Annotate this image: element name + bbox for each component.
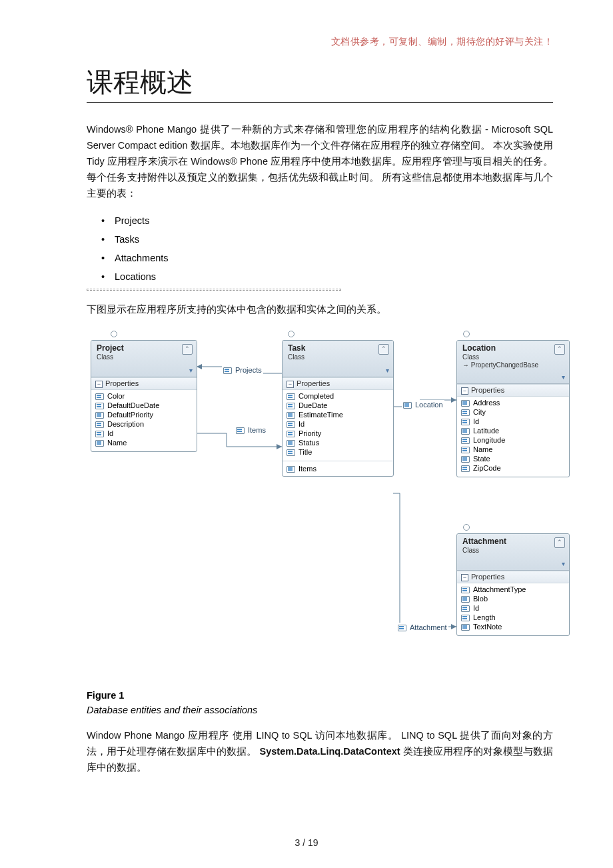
property-row: Longitude (460, 435, 566, 445)
entity-attachment: Attachment Class ⌃ ▾ −Properties Attachm… (456, 533, 570, 636)
property-icon (287, 402, 295, 409)
property-name: Id (299, 420, 305, 428)
property-name: EstimateTime (299, 411, 343, 419)
property-name: Color (107, 392, 125, 400)
filter-icon[interactable]: ▾ (562, 560, 565, 567)
filter-icon[interactable]: ▾ (386, 367, 389, 374)
property-icon (461, 446, 470, 453)
list-item: Tasks (115, 230, 553, 249)
page-number: 3 / 19 (0, 837, 613, 848)
property-row: City (460, 407, 566, 417)
property-row: AttachmentType (460, 585, 566, 594)
entity-name: Task (288, 343, 389, 353)
property-icon (287, 393, 295, 400)
property-name: City (473, 408, 486, 416)
collapse-icon[interactable]: ⌃ (554, 537, 565, 548)
property-row: TextNote (460, 622, 566, 631)
property-icon (398, 624, 406, 631)
association-row: Items (285, 464, 390, 473)
property-row: Id (460, 417, 566, 426)
closing-bold-class: System.Data.Linq.DataContext (260, 746, 400, 757)
property-icon (461, 586, 470, 593)
list-item: Projects (115, 211, 553, 230)
entity-anchor-dot (463, 524, 470, 531)
property-icon (236, 427, 245, 434)
svg-marker-1 (197, 364, 202, 369)
entity-kind: Class (462, 547, 565, 554)
property-row: DefaultPriority (94, 410, 194, 419)
filter-icon[interactable]: ▾ (189, 367, 193, 374)
entity-task: Task Class ⌃ ▾ −Properties Completed Due… (282, 340, 394, 477)
association-text: Attachment (410, 623, 447, 631)
pre-diagram-text: 下图显示在应用程序所支持的实体中包含的数据和实体之间的关系。 (87, 301, 553, 317)
property-name: Blob (473, 595, 488, 603)
title-underline (87, 102, 553, 103)
property-name: Name (107, 439, 127, 447)
property-row: State (460, 454, 566, 463)
entity-kind: Class (288, 353, 389, 361)
minus-box-icon[interactable]: − (95, 381, 103, 388)
property-icon (95, 439, 104, 447)
document-header-note: 文档供参考，可复制、编制，期待您的好评与关注！ (87, 36, 553, 48)
property-icon (461, 418, 470, 425)
property-icon (95, 393, 104, 400)
collapse-icon[interactable]: ⌃ (554, 344, 565, 355)
property-row: Id (460, 603, 566, 613)
collapse-icon[interactable]: ⌃ (182, 344, 193, 355)
association-text: Location (415, 401, 443, 409)
property-row: Length (460, 613, 566, 622)
property-name: Id (107, 429, 113, 437)
property-icon (95, 421, 104, 428)
dashed-placeholder-box (87, 289, 341, 291)
property-icon (287, 449, 295, 456)
minus-box-icon[interactable]: − (461, 387, 468, 395)
property-icon (287, 439, 295, 447)
property-name: Address (473, 399, 500, 407)
entity-anchor-dot (111, 331, 117, 337)
property-icon (461, 623, 470, 631)
svg-marker-0 (277, 444, 282, 449)
property-icon (287, 465, 295, 473)
property-name: DefaultPriority (107, 411, 153, 419)
property-icon (287, 411, 295, 419)
property-row: Name (460, 445, 566, 454)
association-label-location: Location (402, 400, 444, 409)
entity-kind: Class (462, 353, 565, 361)
property-row: ZipCode (460, 463, 566, 473)
properties-label: Properties (297, 379, 330, 387)
property-icon (461, 437, 470, 444)
property-row: Description (94, 419, 194, 429)
property-name: Completed (299, 392, 334, 400)
property-row: DefaultDueDate (94, 401, 194, 410)
property-icon (461, 427, 470, 435)
property-icon (461, 409, 470, 416)
property-row: Latitude (460, 426, 566, 435)
svg-marker-2 (451, 397, 456, 403)
properties-label: Properties (105, 379, 139, 387)
class-diagram: Project Class ⌃ ▾ −Properties Color Defa… (87, 327, 553, 679)
association-text: Items (248, 426, 266, 434)
tables-list: Projects Tasks Attachments Locations (87, 211, 553, 286)
collapse-icon[interactable]: ⌃ (378, 344, 389, 355)
list-item: Locations (115, 267, 553, 286)
properties-section-header: −Properties (457, 571, 569, 583)
property-row: Address (460, 398, 566, 407)
entity-kind: Class (97, 353, 193, 361)
properties-label: Properties (471, 386, 504, 394)
entity-name: Project (97, 343, 193, 353)
page-title: 课程概述 (87, 64, 553, 101)
figure-label: Figure 1 (87, 688, 553, 703)
closing-paragraph: Window Phone Mango 应用程序 使用 LINQ to SQL 访… (87, 727, 553, 775)
entity-name: Location (462, 343, 565, 353)
properties-label: Properties (471, 573, 504, 581)
list-item: Attachments (115, 249, 553, 267)
property-icon (461, 455, 470, 463)
filter-icon[interactable]: ▾ (562, 373, 565, 381)
property-row: Name (94, 438, 194, 447)
minus-box-icon[interactable]: − (287, 381, 294, 388)
property-icon (461, 399, 470, 407)
property-name: Id (473, 417, 479, 425)
association-text: Projects (235, 366, 262, 374)
property-row: Priority (285, 429, 390, 438)
minus-box-icon[interactable]: − (461, 574, 468, 581)
